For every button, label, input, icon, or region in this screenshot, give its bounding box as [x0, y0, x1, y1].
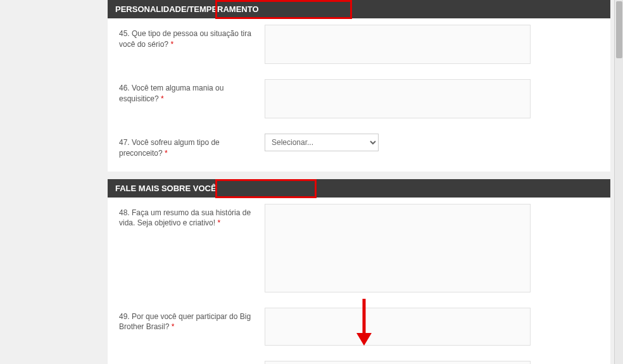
section-aboutyou: FALE MAIS SOBRE VOCÊ 48. Faça um resumo … [108, 179, 610, 364]
question-label: 46. Você tem alguma mania ou esquisitice… [119, 79, 265, 104]
question-row: 50. Por que vai ser legal te assistir? * [108, 355, 610, 364]
section-title: FALE MAIS SOBRE VOCÊ [115, 184, 217, 193]
question-row: 45. Que tipo de pessoa ou situação tira … [108, 18, 610, 73]
scrollbar[interactable] [614, 0, 623, 364]
question-label: 48. Faça um resumo da sua história de vi… [119, 204, 265, 229]
question-row: 49. Por que você quer participar do Big … [108, 301, 610, 355]
question-label: 45. Que tipo de pessoa ou situação tira … [119, 25, 265, 50]
answer-select[interactable]: Selecionar... [265, 134, 379, 151]
question-field [265, 361, 531, 364]
required-marker: * [165, 149, 168, 158]
question-row: 47. Você sofreu algum tipo de preconceit… [108, 127, 610, 165]
question-row: 46. Você tem alguma mania ou esquisitice… [108, 73, 610, 127]
section-header: FALE MAIS SOBRE VOCÊ [108, 179, 610, 198]
question-field [265, 25, 531, 66]
scrollbar-thumb[interactable] [616, 1, 622, 58]
section-personality: PERSONALIDADE/TEMPERAMENTO 45. Que tipo … [108, 0, 610, 172]
answer-textarea[interactable] [265, 361, 531, 364]
required-marker: * [172, 322, 175, 331]
question-field [265, 79, 531, 121]
question-row: 48. Faça um resumo da sua história de vi… [108, 198, 610, 301]
required-marker: * [161, 94, 164, 103]
required-marker: * [217, 218, 220, 227]
question-label: 49. Por que você quer participar do Big … [119, 308, 265, 333]
question-field [265, 204, 531, 295]
section-header: PERSONALIDADE/TEMPERAMENTO [108, 0, 610, 18]
question-field [265, 308, 531, 348]
answer-textarea[interactable] [265, 79, 531, 118]
question-label: 50. Por que vai ser legal te assistir? * [119, 361, 265, 364]
question-field: Selecionar... [265, 134, 531, 151]
section-title: PERSONALIDADE/TEMPERAMENTO [115, 4, 259, 14]
answer-textarea[interactable] [265, 25, 531, 64]
question-label: 47. Você sofreu algum tipo de preconceit… [119, 134, 265, 159]
answer-textarea[interactable] [265, 204, 531, 292]
answer-textarea[interactable] [265, 308, 531, 346]
required-marker: * [170, 40, 173, 49]
